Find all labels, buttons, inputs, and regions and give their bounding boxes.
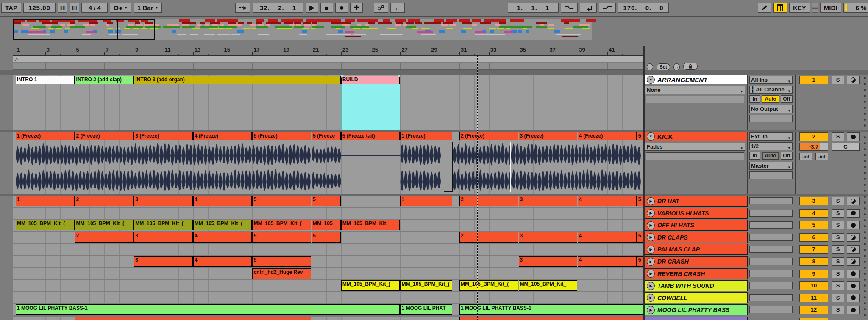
resize-dot[interactable] bbox=[864, 142, 866, 144]
fold-right-icon[interactable]: ▶ bbox=[647, 270, 655, 278]
clip[interactable]: MM_105_BPM_Kit_ bbox=[341, 220, 400, 230]
monitor-off-button[interactable]: Off bbox=[781, 95, 793, 103]
track-name-dr-crash[interactable]: ▶DR CRASH bbox=[645, 256, 748, 267]
arm-button[interactable] bbox=[847, 132, 860, 141]
arrangement-overview[interactable] bbox=[13, 19, 592, 40]
play-button[interactable]: ▶ bbox=[306, 3, 318, 13]
clip[interactable]: 5 bbox=[312, 196, 341, 206]
track-number[interactable]: 4 bbox=[799, 209, 828, 218]
clip[interactable]: 1 MOOG LIL PHAT bbox=[400, 304, 452, 315]
resize-dot[interactable] bbox=[864, 290, 866, 292]
resize-dot[interactable] bbox=[864, 267, 866, 269]
arrangement-start-marker[interactable]: ▷ bbox=[14, 56, 18, 62]
track-lane-13[interactable] bbox=[13, 317, 643, 320]
resize-dot[interactable] bbox=[864, 279, 866, 281]
playhead[interactable] bbox=[477, 55, 478, 320]
fold-right-icon[interactable]: ▶ bbox=[647, 221, 655, 229]
resize-dot[interactable] bbox=[864, 119, 866, 121]
clip[interactable]: 3 (Freeze) bbox=[519, 132, 578, 140]
solo-button[interactable]: S bbox=[832, 306, 844, 314]
tempo-field[interactable]: 125.00 bbox=[23, 3, 56, 13]
clip[interactable]: 4 bbox=[193, 232, 252, 243]
arm-button[interactable] bbox=[847, 270, 860, 278]
overdub-button[interactable]: ✚ bbox=[350, 3, 363, 13]
resize-dot[interactable] bbox=[864, 207, 866, 210]
resize-dot[interactable] bbox=[864, 113, 866, 115]
resize-dot[interactable] bbox=[864, 243, 866, 245]
clip[interactable]: 1 MOOG LIL PHATTY BASS-1 bbox=[16, 304, 400, 315]
resize-dot[interactable] bbox=[864, 196, 866, 198]
track-number[interactable]: 2 bbox=[799, 132, 828, 141]
arm-button[interactable] bbox=[847, 306, 860, 314]
quantization-menu[interactable]: 1 Bar ▼ bbox=[134, 3, 162, 13]
clip[interactable]: INTRO 2 (add clap) bbox=[75, 76, 134, 84]
solo-button[interactable]: S bbox=[832, 233, 844, 242]
clip[interactable]: 5 bbox=[637, 132, 643, 140]
fold-right-icon[interactable]: ▶ bbox=[647, 209, 655, 217]
automation-arm-button[interactable] bbox=[374, 3, 388, 13]
fold-down-icon[interactable]: ▼ bbox=[647, 132, 655, 141]
resize-dot[interactable] bbox=[864, 83, 866, 85]
arm-button[interactable] bbox=[847, 281, 860, 290]
clip[interactable]: 4 (Freeze) bbox=[578, 132, 637, 140]
clip[interactable]: INTRO 1 bbox=[16, 76, 75, 84]
track-lane-dr-claps[interactable]: 234552345 bbox=[13, 232, 643, 243]
track-lane-reverb-crash[interactable]: cntrl_hd2_Huge Rev bbox=[13, 268, 643, 279]
solo-button[interactable]: S bbox=[832, 76, 844, 84]
fold-right-icon[interactable]: ▶ bbox=[647, 246, 655, 254]
solo-button[interactable]: S bbox=[832, 270, 844, 278]
clip[interactable]: 5 bbox=[312, 232, 341, 243]
track-name-off-hi-hats[interactable]: ▶OFF HI HATS bbox=[645, 220, 748, 231]
track-number[interactable]: 7 bbox=[799, 245, 828, 254]
solo-button[interactable]: S bbox=[832, 209, 844, 218]
resize-dot[interactable] bbox=[864, 160, 866, 162]
back-to-arrangement-button[interactable]: ← bbox=[390, 3, 405, 13]
clip[interactable]: MM_105_BPM_Kit_ bbox=[519, 280, 578, 291]
clip[interactable]: MM_105_BPM_Kit_( bbox=[193, 220, 252, 230]
clip[interactable]: MM_105_BPM_Kit_( bbox=[16, 220, 75, 230]
resize-dot[interactable] bbox=[864, 77, 866, 79]
resize-dot[interactable] bbox=[864, 95, 866, 97]
arm-button[interactable] bbox=[847, 294, 860, 302]
fold-right-icon[interactable]: ▶ bbox=[647, 306, 655, 314]
clip[interactable]: 1 bbox=[16, 196, 75, 206]
monitor-in-button[interactable]: In bbox=[749, 95, 760, 103]
monitor-off-button[interactable]: Off bbox=[781, 152, 793, 160]
loop-region-strip[interactable] bbox=[13, 63, 643, 70]
solo-button[interactable]: S bbox=[832, 197, 844, 205]
track-lane-palmas-clap[interactable] bbox=[13, 244, 643, 255]
resize-dot[interactable] bbox=[864, 314, 866, 316]
track-number[interactable]: 10 bbox=[799, 281, 828, 290]
solo-button[interactable]: S bbox=[832, 257, 844, 266]
stop-button[interactable]: ■ bbox=[320, 3, 333, 13]
resize-dot[interactable] bbox=[864, 124, 866, 127]
clip[interactable]: 3 bbox=[134, 232, 193, 243]
clip[interactable]: 3 bbox=[519, 232, 578, 243]
track-lane-cowbell[interactable] bbox=[13, 292, 643, 303]
track-name-dr-claps[interactable]: ▶DR CLAPS bbox=[645, 232, 748, 243]
fold-right-icon[interactable]: ▶ bbox=[647, 233, 655, 241]
pan-field[interactable]: C bbox=[832, 143, 860, 151]
track-number[interactable]: 11 bbox=[799, 294, 828, 302]
resize-dot[interactable] bbox=[864, 172, 866, 174]
arm-button[interactable] bbox=[847, 257, 860, 266]
loop-start-field[interactable]: 1. 1. 1 bbox=[508, 3, 559, 13]
resize-dot[interactable] bbox=[864, 219, 866, 221]
clip[interactable]: 4 bbox=[193, 196, 252, 206]
punch-in-button[interactable] bbox=[561, 3, 578, 13]
monitor-in-button[interactable]: In bbox=[749, 152, 760, 160]
clip[interactable]: 1 bbox=[400, 196, 452, 206]
track-name-various-hi-hats[interactable]: ▶VARIOUS HI HATS bbox=[645, 208, 748, 219]
arm-button[interactable] bbox=[847, 197, 860, 205]
clip[interactable]: 4 bbox=[578, 232, 637, 243]
clip[interactable]: cntrl_hd2_Huge Rev bbox=[252, 268, 311, 279]
clip[interactable]: 3 bbox=[519, 196, 578, 206]
monitor-auto-button[interactable]: Auto bbox=[762, 152, 779, 160]
arm-button[interactable] bbox=[847, 233, 860, 242]
fold-right-icon[interactable]: ▶ bbox=[647, 258, 655, 266]
selection-handle-right[interactable] bbox=[397, 75, 400, 78]
resize-dot[interactable] bbox=[864, 213, 866, 215]
clip[interactable]: 2 bbox=[459, 196, 518, 206]
record-button[interactable]: ● bbox=[335, 3, 348, 13]
time-selection[interactable] bbox=[341, 84, 401, 130]
